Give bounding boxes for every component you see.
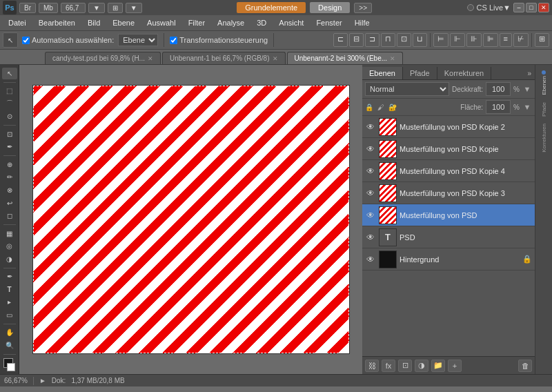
far-right-ebenen[interactable]: Ebenen — [536, 68, 551, 98]
far-right-korrekturen[interactable]: Korrekturen — [536, 121, 551, 155]
eraser-tool[interactable]: ◻ — [2, 210, 17, 222]
marquee-tool[interactable]: ⬚ — [2, 85, 17, 97]
layer-eye-4[interactable]: 👁 — [365, 188, 376, 199]
clone-tool[interactable]: ⊗ — [2, 184, 17, 196]
menu-fenster[interactable]: Fenster — [310, 17, 347, 28]
layer-eye-2[interactable]: 👁 — [365, 144, 376, 155]
hand-tool[interactable]: ✋ — [2, 326, 17, 338]
mask-btn[interactable]: ⊡ — [398, 360, 412, 372]
color-swatches[interactable] — [2, 358, 17, 370]
br-button[interactable]: Br — [19, 3, 36, 13]
close-button[interactable]: ✕ — [538, 3, 549, 12]
crop-tool[interactable]: ⊡ — [2, 128, 17, 140]
panel-more-button[interactable]: » — [524, 68, 535, 79]
mb-button[interactable]: Mb — [39, 3, 58, 13]
dodge-tool[interactable]: ◑ — [2, 253, 17, 265]
menu-filter[interactable]: Filter — [183, 17, 210, 28]
menu-hilfe[interactable]: Hilfe — [349, 17, 375, 28]
new-layer-btn[interactable]: + — [448, 360, 462, 372]
maximize-button[interactable]: □ — [526, 3, 537, 12]
distribute-middle-btn[interactable]: ≡ — [500, 33, 512, 47]
tab-unbenannt-1[interactable]: Unbenannt-1 bei 66,7% (RGB/8) ✕ — [162, 52, 286, 64]
blend-mode-select[interactable]: Normal — [365, 82, 449, 96]
group-btn[interactable]: 📁 — [431, 360, 445, 372]
history-brush-tool[interactable]: ↩ — [2, 197, 17, 209]
menu-bearbeiten[interactable]: Bearbeiten — [33, 17, 81, 28]
menu-ansicht[interactable]: Ansicht — [273, 17, 309, 28]
adjustment-btn[interactable]: ◑ — [415, 360, 428, 372]
layer-eye-7[interactable]: 👁 — [365, 254, 376, 265]
fill-value[interactable]: 100 — [486, 100, 511, 114]
transform-input[interactable] — [170, 37, 177, 44]
tab-close-1[interactable]: ✕ — [273, 55, 278, 62]
gradient-tool[interactable]: ▦ — [2, 228, 17, 239]
layer-item-3[interactable]: 👁 Musterfüllung von PSD Kopie 4 — [362, 160, 535, 182]
distribute-left-btn[interactable]: ⊨ — [433, 33, 448, 47]
mode-design[interactable]: Design — [310, 2, 350, 13]
blur-tool[interactable]: ◎ — [2, 240, 17, 252]
opacity-value[interactable]: 100 — [486, 82, 511, 96]
layer-eye-1[interactable]: 👁 — [365, 121, 376, 133]
view-button[interactable]: ⊞ — [108, 3, 123, 13]
auto-select-dropdown[interactable]: Ebene — [118, 34, 158, 46]
pen-tool[interactable]: ✒ — [2, 271, 17, 282]
menu-bild[interactable]: Bild — [82, 17, 106, 28]
layer-item-7[interactable]: 👁 Hintergrund 🔒 — [362, 248, 535, 271]
distribute-top-btn[interactable]: ⊫ — [483, 33, 498, 47]
move-tool[interactable]: ↖ — [2, 68, 17, 79]
auto-select-checkbox[interactable]: Automatisch auswählen: — [22, 36, 114, 44]
background-color[interactable] — [7, 363, 15, 371]
auto-select-input[interactable] — [22, 37, 30, 44]
brush-tool[interactable]: ✏ — [2, 172, 17, 184]
tab-close-0[interactable]: ✕ — [148, 55, 153, 62]
layers-list[interactable]: 👁 Musterfüllung von PSD Kopie 2 👁 Muster… — [362, 116, 535, 356]
status-arrow[interactable]: ► — [39, 377, 46, 384]
cs-live-button[interactable]: CS Live▼ — [467, 3, 511, 12]
panel-tab-pfade[interactable]: Pfade — [403, 67, 437, 79]
layer-eye-6[interactable]: 👁 — [365, 232, 376, 243]
delete-layer-btn[interactable]: 🗑 — [518, 360, 532, 372]
layer-eye-5[interactable]: 👁 — [365, 210, 376, 221]
layer-item-1[interactable]: 👁 Musterfüllung von PSD Kopie 2 — [362, 116, 535, 138]
quick-select-tool[interactable]: ⊙ — [2, 111, 17, 123]
menu-auswahl[interactable]: Auswahl — [141, 17, 181, 28]
layer-item-4[interactable]: 👁 Musterfüllung von PSD Kopie 3 — [362, 182, 535, 204]
layer-item-6[interactable]: 👁 T PSD — [362, 226, 535, 248]
menu-analyse[interactable]: Analyse — [212, 17, 250, 28]
distribute-center-btn[interactable]: ⊩ — [450, 33, 465, 47]
panel-tab-ebenen[interactable]: Ebenen — [362, 67, 403, 79]
more-modes-button[interactable]: >> — [354, 3, 372, 13]
path-select-tool[interactable]: ▸ — [2, 297, 17, 308]
zoom-dropdown[interactable]: ▼ — [88, 3, 105, 13]
distribute-right-btn[interactable]: ⊪ — [466, 33, 482, 47]
align-top-btn[interactable]: ⊓ — [381, 33, 395, 47]
lasso-tool[interactable]: ⌒ — [2, 98, 17, 110]
distribute-bottom-btn[interactable]: ⊬ — [513, 33, 529, 47]
zoom-tool[interactable]: 🔍 — [2, 340, 17, 351]
align-center-btn[interactable]: ⊟ — [349, 33, 364, 47]
healing-tool[interactable]: ⊕ — [2, 159, 17, 170]
panel-tab-korrekturen[interactable]: Korrekturen — [437, 67, 491, 79]
align-bottom-btn[interactable]: ⊔ — [413, 33, 427, 47]
menu-3d[interactable]: 3D — [251, 17, 272, 28]
opacity-arrow[interactable]: ▼ — [522, 84, 532, 94]
layer-item-2[interactable]: 👁 Musterfüllung von PSD Kopie — [362, 138, 535, 160]
align-right-btn[interactable]: ⊐ — [365, 33, 379, 47]
tab-candy-test[interactable]: candy-test.psd bei 69,8% (H... ✕ — [45, 52, 161, 64]
align-left-btn[interactable]: ⊏ — [333, 33, 348, 47]
type-tool[interactable]: T — [2, 284, 17, 295]
align-middle-btn[interactable]: ⊡ — [397, 33, 411, 47]
tab-close-2[interactable]: ✕ — [390, 55, 395, 62]
minimize-button[interactable]: – — [513, 3, 524, 12]
zoom-level[interactable]: 66,7 — [61, 3, 86, 13]
menu-ebene[interactable]: Ebene — [107, 17, 140, 28]
layer-eye-3[interactable]: 👁 — [365, 166, 376, 177]
eyedropper-tool[interactable]: ✒ — [2, 141, 17, 153]
far-right-pfade[interactable]: Pfade — [536, 99, 551, 119]
view-dropdown[interactable]: ▼ — [126, 3, 142, 13]
menu-datei[interactable]: Datei — [3, 17, 32, 28]
fx-btn[interactable]: fx — [382, 360, 395, 372]
layer-item-5[interactable]: 👁 Musterfüllung von PSD — [362, 204, 535, 226]
fill-arrow[interactable]: ▼ — [522, 102, 532, 112]
link-layers-btn[interactable]: ⛓ — [365, 360, 379, 372]
